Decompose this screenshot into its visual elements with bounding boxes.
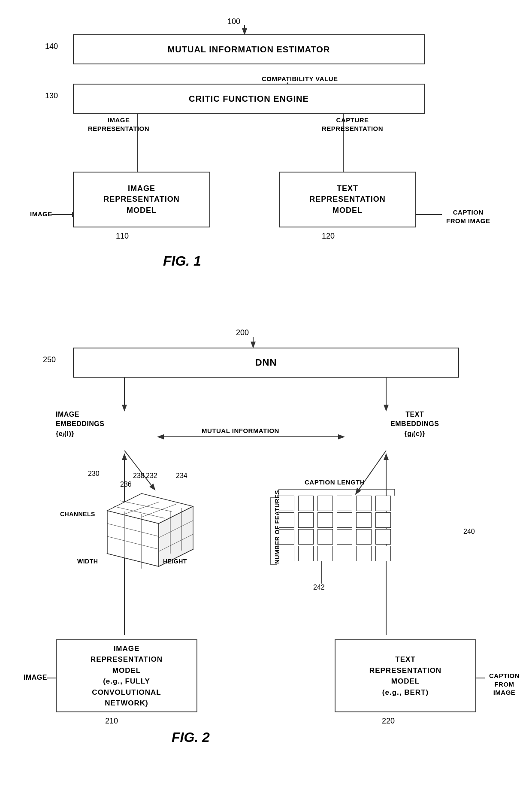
svg-line-11 [356,451,386,493]
ref-110: 110 [116,232,129,241]
width-label: WIDTH [77,558,98,565]
image-rep-label: IMAGE REPRESENTATION [88,116,149,133]
3d-cube [90,476,202,571]
text-rep-model-box-2: TEXT REPRESENTATION MODEL (e.g., BERT) [335,639,476,712]
ref-250: 250 [43,355,56,364]
text-matrix [279,496,393,563]
ref-100: 100 [227,17,240,26]
ref-236: 236 [120,481,132,488]
mutual-info-estimator-box: MUTUAL INFORMATION ESTIMATOR [73,34,425,64]
compatibility-value-label: COMPATIBILITY VALUE [262,75,338,82]
ref-200: 200 [236,328,249,337]
fig1-container: 100 [21,13,511,305]
height-label: HEIGHT [163,558,187,565]
ref-210: 210 [105,717,118,726]
caption-input-label-2: CAPTION FROM IMAGE [489,672,520,697]
text-embeddings-label: TEXT EMBEDDINGS {gⱼ(c)} [390,410,439,439]
ref-238: 238 [133,472,145,480]
ref-230: 230 [88,470,100,478]
ref-234: 234 [176,472,187,480]
caption-input-label: CAPTION FROM IMAGE [446,208,490,225]
image-embeddings-label: IMAGE EMBEDDINGS {eⱼ(I)} [56,410,104,439]
image-rep-model-box: IMAGE REPRESENTATION MODEL [73,172,210,227]
ref-232: 232 [146,472,157,480]
ref-220: 220 [382,717,395,726]
ref-240: 240 [463,528,475,536]
image-input-label-2: IMAGE [24,674,47,681]
ref-242: 242 [313,584,325,591]
ref-120: 120 [322,232,335,241]
image-input-label: IMAGE [30,210,52,218]
main-diagram: 100 [0,0,532,793]
text-rep-model-box: TEXT REPRESENTATION MODEL [279,172,416,227]
fig2-container: 200 DNN 250 IMAGE EMBEDDINGS {eⱼ(I)} TEX… [21,326,511,781]
fig1-title: FIG. 1 [163,253,201,269]
channels-label: CHANNELS [60,511,95,518]
ref-140: 140 [45,42,58,51]
mutual-info-label: MUTUAL INFORMATION [202,427,279,434]
fig2-title: FIG. 2 [172,729,210,745]
image-rep-model-box-2: IMAGE REPRESENTATION MODEL (e.g., FULLY … [56,639,197,712]
ref-130: 130 [45,91,58,100]
capture-rep-label: CAPTURE REPRESENTATION [322,116,383,133]
caption-length-label: CAPTION LENGTH [305,478,365,486]
dnn-box: DNN [73,348,459,378]
critic-function-box: CRITIC FUNCTION ENGINE [73,84,425,114]
